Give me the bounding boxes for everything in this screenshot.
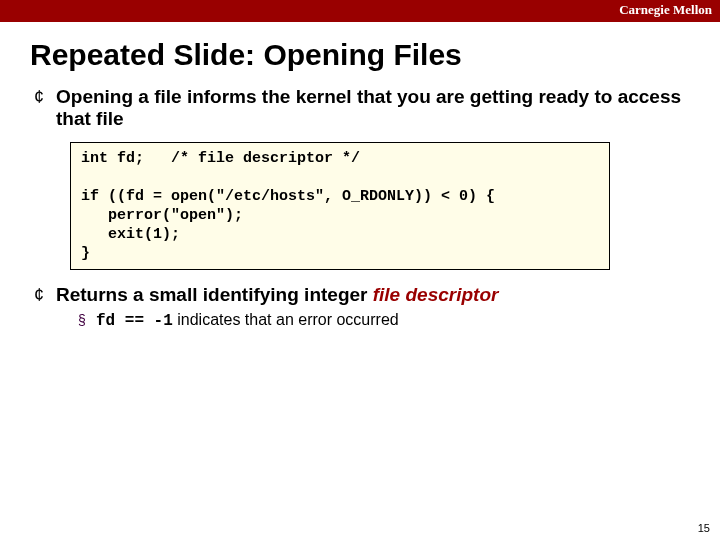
page-number: 15 bbox=[698, 522, 710, 534]
bullet-2: ¢ Returns a small identifying integer fi… bbox=[34, 284, 700, 306]
institution-label: Carnegie Mellon bbox=[619, 2, 712, 18]
subbullet-rest: indicates that an error occurred bbox=[173, 311, 399, 328]
bullet-2-prefix: Returns a small identifying integer bbox=[56, 284, 373, 305]
subbullet-marker: § bbox=[78, 310, 96, 331]
code-block: int fd; /* file descriptor */ if ((fd = … bbox=[70, 142, 610, 270]
subbullet-1-text: fd == -1 indicates that an error occurre… bbox=[96, 310, 399, 331]
header-bar: Carnegie Mellon bbox=[0, 0, 720, 22]
subbullet-1: § fd == -1 indicates that an error occur… bbox=[78, 310, 720, 331]
bullet-1-text: Opening a file informs the kernel that y… bbox=[56, 86, 700, 130]
bullet-1: ¢ Opening a file informs the kernel that… bbox=[34, 86, 700, 130]
bullet-2-text: Returns a small identifying integer file… bbox=[56, 284, 498, 306]
bullet-marker: ¢ bbox=[34, 284, 56, 306]
bullet-marker: ¢ bbox=[34, 86, 56, 130]
subbullet-code: fd == -1 bbox=[96, 312, 173, 330]
bullet-2-emph: file descriptor bbox=[373, 284, 499, 305]
slide-title: Repeated Slide: Opening Files bbox=[30, 38, 720, 72]
